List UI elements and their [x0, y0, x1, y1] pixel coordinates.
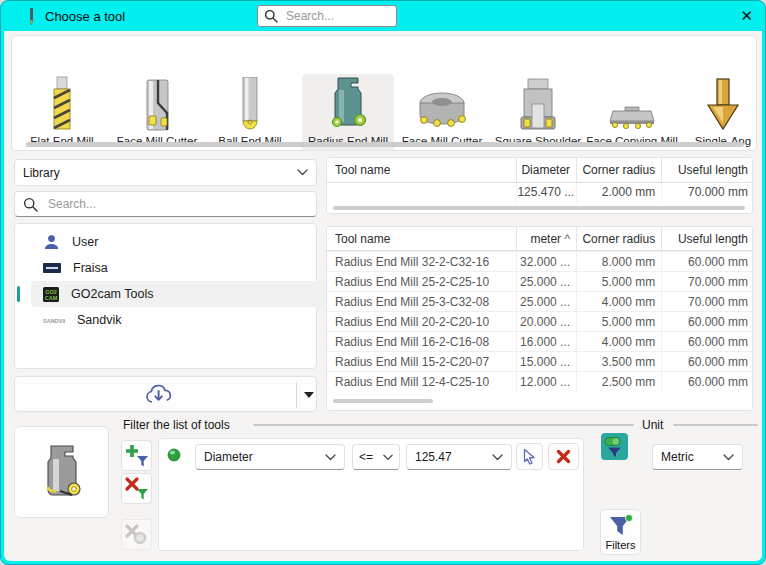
library-item-sandvik[interactable]: SANDVIK Sandvik: [31, 307, 328, 333]
clear-filter-button[interactable]: [548, 443, 579, 470]
tool-strip-scrollbar[interactable]: [26, 142, 744, 147]
selected-tool-table: Tool name Diameter Corner radius Useful …: [326, 157, 753, 214]
add-filter-icon: [124, 443, 149, 468]
add-filter-button[interactable]: [121, 440, 152, 471]
cell-corner-radius: 3.500 mm: [577, 352, 662, 371]
cell-tool-name: Radius End Mill 32-2-C32-16: [327, 252, 517, 271]
tool-type-single-angle-cutter[interactable]: Single-Ang Cutter: [680, 74, 757, 151]
face-mill-wo-shank-icon: [139, 74, 175, 132]
selected-tool-table-scrollbar[interactable]: [333, 206, 745, 210]
library-search-input[interactable]: [46, 196, 308, 212]
tool-list-table: Tool name meter ^ Corner radius Useful l…: [326, 226, 753, 411]
square-shoulder-face-mill-icon: [515, 74, 561, 132]
cell-useful-length: 70.000 mm: [662, 292, 752, 311]
dropdown-arrow-icon[interactable]: [304, 392, 314, 398]
filter-operator-dropdown[interactable]: <=: [352, 444, 400, 470]
tool-preview-image: [34, 443, 90, 501]
tool-type-face-mill-wo-shank[interactable]: Face Mill Cutter W/O Shank: [109, 74, 205, 151]
tool-type-ball-end-mill[interactable]: Ball End Mill: [205, 74, 295, 151]
filters-button-label: Filters: [606, 539, 636, 551]
cell-tool-name: Radius End Mill 16-2-C16-08: [327, 332, 517, 351]
tool-type-flat-end-mill[interactable]: Flat End Mill: [17, 74, 107, 151]
sort-ascending-icon: ^: [564, 232, 570, 246]
library-item-user[interactable]: User: [31, 229, 328, 255]
column-header-corner-radius[interactable]: Corner radius: [577, 227, 662, 250]
cell-tool-name: Radius End Mill 20-2-C20-10: [327, 312, 517, 331]
cell-useful-length: 70.000 mm: [662, 272, 752, 291]
choose-a-tool-dialog: Choose a tool ✕ Flat End Mill Face Mill …: [0, 0, 766, 565]
titlebar-search-input[interactable]: [284, 8, 390, 24]
tool-type-square-shoulder-face-mill[interactable]: Square Shoulder Face Mill: [490, 74, 586, 151]
tool-list-table-scrollbar[interactable]: [333, 399, 433, 403]
filter-value-dropdown[interactable]: 125.47: [406, 444, 512, 470]
column-header-diameter[interactable]: Diameter: [517, 158, 577, 182]
library-list: User Fraisa GO2CAM GO2cam Tools SANDVIK …: [14, 223, 317, 369]
chevron-down-icon: [325, 454, 336, 461]
tool-row[interactable]: Radius End Mill 32-2-C32-16 32.000 ... 8…: [327, 251, 752, 271]
chevron-down-icon: [383, 454, 393, 461]
library-item-label: Sandvik: [77, 313, 121, 327]
cell-diameter: 20.000 ...: [517, 312, 577, 331]
cloud-download-icon: [144, 383, 174, 405]
cell-useful-length: 60.000 mm: [662, 352, 752, 371]
chevron-down-icon: [492, 454, 503, 461]
column-header-useful-length[interactable]: Useful length: [662, 158, 752, 182]
column-header-tool-name[interactable]: Tool name: [327, 158, 517, 182]
cell-tool-name: Radius End Mill 25-2-C25-10: [327, 272, 517, 291]
disable-filter-button[interactable]: [121, 519, 152, 550]
filters-button[interactable]: Filters: [600, 509, 641, 555]
cell-tool-name: Radius End Mill 12-4-C25-10: [327, 372, 517, 391]
tool-type-face-mill-cutter[interactable]: Face Mill Cutter: [396, 74, 488, 151]
svg-text:CAM: CAM: [45, 295, 58, 301]
cell-corner-radius: 8.000 mm: [577, 252, 662, 271]
chevron-down-icon: [297, 169, 308, 176]
filter-enabled-dot[interactable]: [167, 448, 181, 462]
delete-filter-button[interactable]: [121, 473, 152, 504]
library-dropdown[interactable]: Library: [14, 159, 317, 186]
filter-field-dropdown[interactable]: Diameter: [195, 444, 345, 470]
close-icon[interactable]: ✕: [740, 7, 753, 25]
dialog-tool-icon: [27, 8, 36, 30]
single-angle-cutter-icon: [704, 74, 742, 132]
cell-useful-length: 70.000 mm: [662, 183, 752, 202]
button-divider: [296, 382, 297, 408]
library-item-label: GO2cam Tools: [71, 287, 153, 301]
column-header-useful-length[interactable]: Useful length: [662, 227, 752, 250]
cell-diameter: 25.000 ...: [517, 292, 577, 311]
cell-corner-radius: 4.000 mm: [577, 292, 662, 311]
filter-group-line: [253, 424, 634, 426]
disable-filter-icon: [124, 522, 149, 547]
download-library-button[interactable]: [14, 376, 317, 412]
column-header-diameter-sorted[interactable]: meter ^: [517, 227, 577, 250]
flat-end-mill-icon: [47, 74, 77, 132]
library-search-box[interactable]: [14, 191, 317, 217]
tool-row[interactable]: Radius End Mill 12-4-C25-10 12.000 ... 2…: [327, 371, 752, 391]
ball-end-mill-icon: [235, 74, 265, 132]
filter-operator-value: <=: [359, 450, 373, 464]
tool-type-radius-end-mill[interactable]: Radius End Mill: [302, 74, 394, 151]
selected-tool-row[interactable]: 125.470 ... 2.000 mm 70.000 mm: [327, 183, 752, 202]
tool-row[interactable]: Radius End Mill 25-3-C32-08 25.000 ... 4…: [327, 291, 752, 311]
library-item-fraisa[interactable]: Fraisa: [31, 255, 328, 281]
unit-group-title: Unit: [642, 418, 663, 432]
library-item-go2cam-tools[interactable]: GO2CAM GO2cam Tools: [31, 281, 328, 307]
unit-dropdown[interactable]: Metric: [652, 444, 743, 470]
column-header-corner-radius[interactable]: Corner radius: [577, 158, 662, 182]
go2cam-logo-icon: GO2CAM: [43, 287, 59, 302]
titlebar-search-box[interactable]: [257, 5, 397, 27]
tool-row[interactable]: Radius End Mill 20-2-C20-10 20.000 ... 5…: [327, 311, 752, 331]
tool-row[interactable]: Radius End Mill 25-2-C25-10 25.000 ... 5…: [327, 271, 752, 291]
cell-diameter: 16.000 ...: [517, 332, 577, 351]
unit-group-line: [673, 424, 758, 426]
tool-row[interactable]: Radius End Mill 15-2-C20-07 15.000 ... 3…: [327, 351, 752, 371]
pick-value-button[interactable]: [516, 443, 543, 470]
tool-type-strip: Flat End Mill Face Mill Cutter W/O Shank…: [11, 35, 757, 151]
column-header-tool-name[interactable]: Tool name: [327, 227, 517, 250]
filters-icon: [608, 514, 634, 537]
tool-row[interactable]: Radius End Mill 16-2-C16-08 16.000 ... 4…: [327, 331, 752, 351]
tool-type-face-copying-mill-cutter[interactable]: Face Copying Mill Cutter: [584, 74, 680, 151]
cell-useful-length: 60.000 mm: [662, 332, 752, 351]
cell-useful-length: 60.000 mm: [662, 312, 752, 331]
filter-toggle-button[interactable]: [601, 433, 628, 460]
cell-tool-name: Radius End Mill 25-3-C32-08: [327, 292, 517, 311]
